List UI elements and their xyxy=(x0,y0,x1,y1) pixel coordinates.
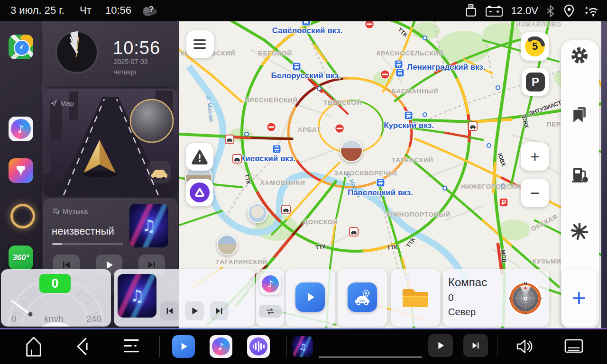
map-widget-header: Map xyxy=(50,99,74,107)
district-label: ТВЕРСКОЙ xyxy=(323,99,361,106)
panorama-360-app-icon[interactable]: 360° xyxy=(9,246,33,270)
menu-button[interactable] xyxy=(186,30,214,58)
clock-weekday: четверг xyxy=(114,68,137,76)
volume-button[interactable] xyxy=(515,337,533,355)
train-station-icon xyxy=(292,62,301,71)
train-station-icon xyxy=(394,60,403,69)
station-label: Савёловский вкз. xyxy=(272,26,343,36)
music-source-app-icon[interactable]: ♪ xyxy=(259,273,281,295)
road-label: МСД xyxy=(500,249,507,263)
traffic-score-disc: 5 xyxy=(525,36,545,56)
car-battery-icon xyxy=(485,4,503,18)
road-alerts-button[interactable] xyxy=(186,143,213,171)
add-widget-card[interactable]: + xyxy=(561,269,597,327)
clock-date: 2025-07-03 xyxy=(114,58,148,65)
compass-direction: Север xyxy=(448,307,476,318)
music-widget-header: Музыка xyxy=(52,207,88,215)
head-unit-screen: 3 июл. 25 г. Чт 10:56 ? 12.0V xyxy=(0,0,607,364)
compass-title: Компас xyxy=(448,276,487,289)
weather-unknown-label: ? xyxy=(149,5,154,14)
navbar-video-app-icon[interactable] xyxy=(172,335,195,358)
car-settings-card[interactable] xyxy=(338,269,387,327)
panorama-360-label: 360° xyxy=(12,253,29,263)
video-app-icon[interactable] xyxy=(295,282,325,312)
tasks-menu-button[interactable] xyxy=(124,339,140,353)
alice-icon xyxy=(190,182,210,202)
music-source-card[interactable]: ♪ xyxy=(256,269,285,327)
zoom-out-button[interactable]: − xyxy=(521,179,549,207)
player-album-art: ♫ xyxy=(118,274,156,318)
navigator-app-icon[interactable] xyxy=(9,35,33,59)
car-settings-app-icon[interactable] xyxy=(348,282,377,312)
district-label: НИЖЕГОРОДСКИЙ xyxy=(461,183,525,190)
compass-widget[interactable]: Компас 0 Север N E S xyxy=(443,269,549,327)
back-button[interactable] xyxy=(74,337,90,356)
navbar-album-thumbnail[interactable]: ♫ xyxy=(292,336,313,357)
bookmarks-icon[interactable] xyxy=(570,106,589,125)
district-label: ДОНСКОЙ xyxy=(303,218,338,226)
clock-widget[interactable]: 10:56 2025-07-03 четверг xyxy=(43,23,178,86)
zoom-in-button[interactable]: + xyxy=(521,142,549,171)
map-widget[interactable]: Map xyxy=(43,89,178,195)
ring-shortcut-icon[interactable] xyxy=(10,204,35,228)
district-label: ЮЖНОПОРТОВЫЙ xyxy=(386,211,451,218)
district-label: БЕГОВОЙ xyxy=(258,50,292,57)
music-note-glyph: ♪ xyxy=(267,278,274,290)
train-station-icon xyxy=(302,21,311,26)
station-label: Киевский вкз. xyxy=(240,154,295,164)
album-art: ♫ xyxy=(129,204,168,247)
voice-waveform-icon xyxy=(249,337,267,355)
accident-icon xyxy=(349,227,359,237)
navbar-next-button[interactable] xyxy=(463,334,488,357)
district-label: БАСМАННЫЙ xyxy=(392,88,439,95)
themes-app-icon[interactable] xyxy=(9,158,33,183)
traffic-score-button[interactable]: 5 xyxy=(521,32,549,61)
landmark-photo[interactable] xyxy=(340,139,363,162)
folder-app-icon[interactable] xyxy=(401,282,430,312)
no-entry-icon xyxy=(364,21,375,29)
bluetooth-icon xyxy=(546,4,555,18)
player-next-button[interactable] xyxy=(210,301,229,320)
cardinal-e: E xyxy=(539,297,543,300)
navbar-play-button[interactable] xyxy=(428,334,453,357)
album-art-note-glyph: ♫ xyxy=(299,342,306,352)
cardinal-n: N xyxy=(524,281,527,286)
road-label: ТТК xyxy=(386,244,397,251)
alice-assistant-button[interactable] xyxy=(186,179,213,206)
settings-gear-icon[interactable] xyxy=(570,46,589,65)
voltage-readout: 12.0V xyxy=(511,5,539,17)
home-button[interactable] xyxy=(25,336,43,357)
display-off-button[interactable] xyxy=(563,338,584,355)
bottom-widget-strip: 0 0 km/h 240 ♫ ♪ xyxy=(0,268,607,329)
cardinal-s: S xyxy=(524,312,527,316)
file-manager-card[interactable] xyxy=(391,269,440,327)
digital-time: 10:56 xyxy=(113,38,160,58)
album-art-note-glyph: ♫ xyxy=(142,216,156,235)
status-date: 3 июл. 25 г. xyxy=(10,4,64,17)
parking-button[interactable]: P xyxy=(522,68,549,96)
navbar-music-app-icon[interactable]: ♪ xyxy=(210,335,232,358)
laser-star-icon[interactable] xyxy=(570,222,589,241)
mini-player-widget[interactable]: ♫ xyxy=(114,269,255,327)
navbar-voice-app-icon[interactable] xyxy=(247,335,270,358)
landmark-photo[interactable] xyxy=(217,235,238,255)
zoom-in-label: + xyxy=(530,147,540,166)
source-swap-button[interactable] xyxy=(259,305,282,318)
track-progress[interactable] xyxy=(52,243,123,245)
fuel-station-icon[interactable] xyxy=(570,165,589,184)
navbar-track-progress[interactable] xyxy=(319,356,422,358)
video-app-card[interactable] xyxy=(285,269,335,327)
speedometer-widget[interactable]: 0 0 km/h 240 xyxy=(1,269,111,327)
player-play-button[interactable] xyxy=(185,301,204,320)
music-note-glyph: ♪ xyxy=(218,341,224,352)
status-bar: 3 июл. 25 г. Чт 10:56 ? 12.0V xyxy=(0,0,607,21)
station-label: Ленинградский вкз. xyxy=(407,63,486,72)
gauge-max-label: 240 xyxy=(86,314,101,324)
landmark-photo[interactable] xyxy=(248,203,267,223)
accident-icon xyxy=(281,205,291,214)
player-prev-button[interactable] xyxy=(160,301,179,320)
track-progress-fill xyxy=(52,243,62,245)
music-app-icon[interactable]: ♪ xyxy=(9,117,33,141)
train-station-icon xyxy=(395,68,405,77)
district-label: ЗАМОСКВОРЕЧЬЕ xyxy=(334,170,398,177)
